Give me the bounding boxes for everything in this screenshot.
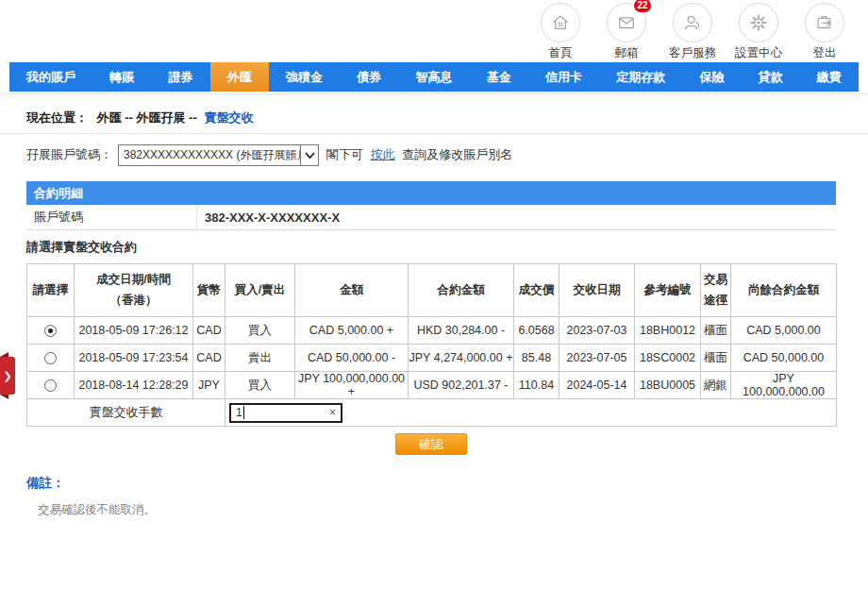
account-number-value: 382-XXX-X-XXXXXXX-X: [196, 205, 340, 229]
breadcrumb-divider: [0, 133, 868, 134]
nav-tab-insurance[interactable]: 保險: [682, 62, 741, 92]
col-header-reference: 參考編號: [635, 264, 701, 317]
topbar-item-logout[interactable]: 登出: [796, 3, 853, 61]
mail-icon: [616, 12, 637, 33]
cell-currency: CAD: [193, 317, 225, 345]
contract-details-header: 合約明細: [26, 181, 836, 205]
settings-icon: [748, 12, 769, 33]
logout-icon: [814, 12, 835, 33]
cell-settle-date: 2023-07-05: [559, 345, 635, 372]
nav-underline: [0, 93, 868, 94]
table-row: 2018-08-14 12:28:29 JPY 買入 JPY 100,000,0…: [27, 372, 837, 399]
cell-datetime: 2018-08-14 12:28:29: [75, 372, 193, 399]
nav-tab-bill-payment[interactable]: 繳費: [800, 62, 859, 92]
col-header-amount: 金額: [295, 264, 409, 317]
contracts-table: 請選擇 成交日期/時間 （香港） 貨幣 買入/賣出 金額 合約金額 成交價 交收…: [26, 263, 837, 427]
lots-label: 實盤交收手數: [27, 399, 225, 427]
cell-currency: JPY: [193, 372, 225, 399]
cell-price: 110.84: [514, 372, 559, 399]
cell-contract-amount: JPY 4,274,000.00 +: [409, 345, 514, 372]
col-header-channel: 交易 途徑: [701, 264, 731, 317]
nav-tab-credit-card[interactable]: 信用卡: [528, 62, 599, 92]
col-header-contract-amount: 合約金額: [409, 264, 514, 317]
margin-account-select[interactable]: 382XXXXXXXXXXXX (外匯孖展賬戶): [118, 144, 319, 166]
account-number-label: 賬戶號碼: [26, 209, 196, 226]
cell-side: 買入: [225, 317, 295, 345]
nav-tab-my-accounts[interactable]: 我的賬戶: [9, 62, 92, 92]
cell-reference: 18SC0002: [635, 345, 701, 372]
nav-tab-securities[interactable]: 證券: [151, 62, 209, 92]
cell-amount: CAD 50,000.00 -: [295, 345, 409, 372]
remarks-title: 備註：: [26, 475, 836, 492]
alias-hint: 閣下可 按此 查詢及修改賬戶別名: [326, 146, 512, 163]
mail-unread-badge: 22: [634, 0, 651, 12]
topbar-label-mail: 郵箱: [598, 45, 655, 61]
alias-edit-link[interactable]: 按此: [371, 147, 395, 161]
alias-hint-before: 閣下可: [326, 147, 363, 161]
cell-datetime: 2018-05-09 17:26:12: [75, 317, 193, 345]
nav-tab-transfer[interactable]: 轉賬: [92, 62, 151, 92]
breadcrumb: 現在位置： 外匯 -- 外匯孖展 -- 實盤交收: [26, 109, 253, 126]
topbar-label-settings: 設置中心: [730, 45, 787, 61]
cell-datetime: 2018-05-09 17:23:54: [75, 345, 193, 372]
nav-tab-loans[interactable]: 貸款: [742, 62, 800, 92]
col-header-deal-datetime: 成交日期/時間 （香港）: [75, 264, 193, 317]
cell-settle-date: 2024-05-14: [559, 372, 635, 399]
text-caret: [243, 406, 244, 419]
chevron-right-icon: ❯: [3, 370, 11, 382]
topbar-item-mail[interactable]: 22 郵箱: [598, 3, 655, 61]
cell-contract-amount: HKD 30,284.00 -: [409, 317, 514, 345]
cell-remaining: CAD 50,000.00: [731, 345, 837, 372]
cell-remaining: CAD 5,000.00: [731, 317, 837, 345]
lots-input[interactable]: 1 ×: [229, 403, 342, 423]
customer-service-icon: [682, 12, 703, 33]
cell-side: 買入: [225, 372, 295, 399]
topbar-item-settings[interactable]: 設置中心: [730, 3, 787, 61]
home-icon: [550, 12, 571, 33]
breadcrumb-current: 實盤交收: [204, 110, 253, 125]
cell-amount: JPY 100,000,000.00 +: [295, 372, 409, 399]
contract-radio-3[interactable]: [44, 379, 57, 392]
main-content: 孖展賬戶號碼： 382XXXXXXXXXXXX (外匯孖展賬戶) 閣下可 按此 …: [26, 143, 836, 518]
account-number-row: 賬戶號碼 382-XXX-X-XXXXXXX-X: [26, 205, 836, 230]
lots-row: 實盤交收手數 1 ×: [27, 399, 837, 427]
topbar-item-home[interactable]: 首頁: [532, 3, 589, 61]
margin-account-label: 孖展賬戶號碼：: [26, 146, 112, 163]
main-nav: 我的賬戶 轉賬 證券 外匯 強積金 債券 智高息 基金 信用卡 定期存款 保險 …: [9, 62, 859, 92]
nav-tab-mpf[interactable]: 強積金: [269, 62, 340, 92]
nav-tab-bonds[interactable]: 債券: [340, 62, 398, 92]
nav-tab-time-deposit[interactable]: 定期存款: [599, 62, 682, 92]
cell-contract-amount: USD 902,201.37 -: [409, 372, 514, 399]
clear-input-icon[interactable]: ×: [329, 407, 336, 418]
margin-account-selector-row: 孖展賬戶號碼： 382XXXXXXXXXXXX (外匯孖展賬戶) 閣下可 按此 …: [26, 143, 836, 166]
nav-tab-funds[interactable]: 基金: [470, 62, 528, 92]
top-utility-bar: 首頁 22 郵箱 客戶服務: [532, 3, 853, 61]
contract-radio-2[interactable]: [44, 352, 57, 364]
cell-amount: CAD 5,000.00 +: [295, 317, 409, 345]
table-row: 2018-05-09 17:26:12 CAD 買入 CAD 5,000.00 …: [27, 317, 837, 345]
cell-settle-date: 2023-07-03: [559, 317, 635, 345]
topbar-label-logout: 登出: [796, 45, 853, 61]
cell-price: 6.0568: [514, 317, 559, 345]
col-header-settlement-date: 交收日期: [559, 264, 635, 317]
breadcrumb-prefix: 現在位置：: [26, 110, 88, 125]
cell-reference: 18BH0012: [635, 317, 701, 345]
cell-currency: CAD: [193, 345, 225, 372]
contract-radio-1[interactable]: [44, 325, 57, 337]
cell-price: 85.48: [514, 345, 559, 372]
sidebar-expand-tab[interactable]: ❯: [0, 357, 15, 395]
topbar-label-home: 首頁: [532, 45, 589, 61]
nav-tab-smart-interest[interactable]: 智高息: [398, 62, 469, 92]
col-header-select: 請選擇: [27, 264, 75, 317]
confirm-button[interactable]: 確認: [395, 433, 467, 455]
nav-tab-forex-active[interactable]: 外匯: [210, 62, 269, 92]
col-header-buy-sell: 買入/賣出: [225, 264, 295, 317]
alias-hint-after: 查詢及修改賬戶別名: [402, 147, 512, 161]
remarks-note: 交易確認後不能取消。: [26, 502, 836, 518]
topbar-item-customer-service[interactable]: 客戶服務: [664, 3, 721, 61]
col-header-remaining-amount: 尚餘合約金額: [731, 264, 837, 317]
chevron-down-icon[interactable]: [300, 145, 318, 165]
breadcrumb-path: 外匯 -- 外匯孖展 --: [97, 110, 197, 125]
cell-reference: 18BU0005: [635, 372, 701, 399]
col-header-deal-price: 成交價: [514, 264, 559, 317]
